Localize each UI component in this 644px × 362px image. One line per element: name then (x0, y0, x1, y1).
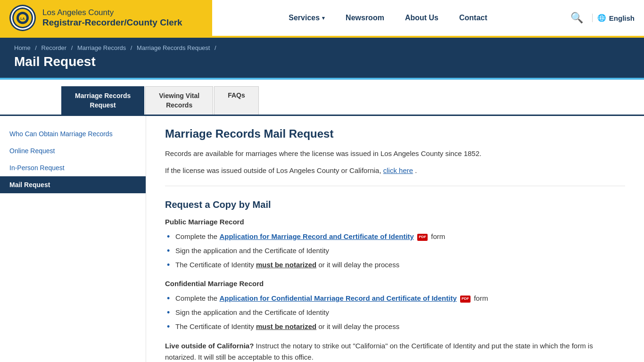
confidential-record-list: Complete the Application for Confidentia… (165, 291, 625, 334)
breadcrumb: Home / Recorder / Marriage Records / Mar… (14, 44, 630, 51)
org-name: Los Angeles County Registrar-Recorder/Co… (42, 8, 182, 28)
main-nav: Services ▾ Newsroom About Us Contact (212, 14, 564, 22)
main-container: Marriage Records Request Viewing Vital R… (0, 80, 644, 362)
sidebar-item-who-can-obtain[interactable]: Who Can Obtain Marriage Records (0, 125, 146, 142)
public-record-list: Complete the Application for Marriage Re… (165, 230, 625, 272)
live-outside-bold: Live outside of California? (165, 342, 254, 350)
list-item: Complete the Application for Marriage Re… (165, 230, 625, 244)
confidential-record-label: Confidential Marriage Record (165, 280, 625, 288)
page-title: Mail Request (14, 54, 630, 69)
language-selector[interactable]: 🌐 English (592, 14, 639, 22)
tabs-bar: Marriage Records Request Viewing Vital R… (0, 80, 644, 116)
content-title: Marriage Records Mail Request (165, 127, 625, 140)
live-outside-para: Live outside of California? Instruct the… (165, 340, 625, 362)
breadcrumb-recorder[interactable]: Recorder (41, 44, 66, 51)
sidebar-item-online-request[interactable]: Online Request (0, 142, 146, 159)
list-item: The Certificate of Identity must be nota… (165, 258, 625, 272)
breadcrumb-marriage-records[interactable]: Marriage Records (77, 44, 126, 51)
site-header: LA Los Angeles County Registrar-Recorder… (0, 0, 644, 38)
list-item: Sign the application and the Certificate… (165, 305, 625, 320)
logo-icon: LA (9, 5, 36, 31)
main-content: Marriage Records Mail Request Records ar… (146, 116, 644, 362)
must-notarized-confidential: must be notarized (256, 322, 316, 330)
search-button[interactable]: 🔍 (564, 12, 590, 24)
chevron-down-icon: ▾ (322, 15, 325, 21)
confidential-application-link[interactable]: Application for Confidential Marriage Re… (219, 294, 456, 302)
tab-viewing-vital-records[interactable]: Viewing Vital Records (145, 86, 213, 115)
section-title-request: Request a Copy by Mail (165, 199, 625, 210)
sidebar: Who Can Obtain Marriage Records Online R… (0, 116, 146, 362)
click-here-link[interactable]: click here (383, 166, 413, 174)
nav-services[interactable]: Services ▾ (278, 14, 335, 22)
nav-about-us[interactable]: About Us (395, 14, 449, 22)
search-icon: 🔍 (570, 12, 583, 24)
list-item: Complete the Application for Confidentia… (165, 291, 625, 305)
content-area: Who Can Obtain Marriage Records Online R… (0, 116, 644, 362)
must-notarized-public: must be notarized (256, 261, 316, 269)
pdf-icon-2: PDF (460, 296, 471, 303)
sidebar-item-in-person-request[interactable]: In-Person Request (0, 159, 146, 176)
content-para1: Records are available for marriages wher… (165, 148, 625, 159)
nav-newsroom[interactable]: Newsroom (335, 14, 395, 22)
header-utilities: 🔍 🌐 English (564, 12, 644, 24)
tab-marriage-records-request[interactable]: Marriage Records Request (61, 86, 144, 115)
org-line2: Registrar-Recorder/County Clerk (42, 17, 182, 28)
breadcrumb-marriage-records-request[interactable]: Marriage Records Request (137, 44, 210, 51)
sidebar-item-mail-request[interactable]: Mail Request (0, 176, 146, 193)
page-banner: Home / Recorder / Marriage Records / Mar… (0, 38, 644, 78)
list-item: Sign the application and the Certificate… (165, 244, 625, 258)
separator (165, 186, 625, 186)
public-application-link[interactable]: Application for Marriage Record and Cert… (219, 232, 414, 240)
svg-text:LA: LA (20, 17, 25, 20)
tab-faqs[interactable]: FAQs (214, 86, 259, 115)
logo-area[interactable]: LA Los Angeles County Registrar-Recorder… (0, 0, 212, 37)
globe-icon: 🌐 (597, 14, 606, 22)
public-record-label: Public Marriage Record (165, 218, 625, 226)
pdf-icon: PDF (417, 234, 428, 241)
org-line1: Los Angeles County (42, 8, 182, 17)
content-para2: If the license was issued outside of Los… (165, 165, 625, 176)
list-item: The Certificate of Identity must be nota… (165, 320, 625, 334)
nav-contact[interactable]: Contact (449, 14, 498, 22)
breadcrumb-home[interactable]: Home (14, 44, 31, 51)
